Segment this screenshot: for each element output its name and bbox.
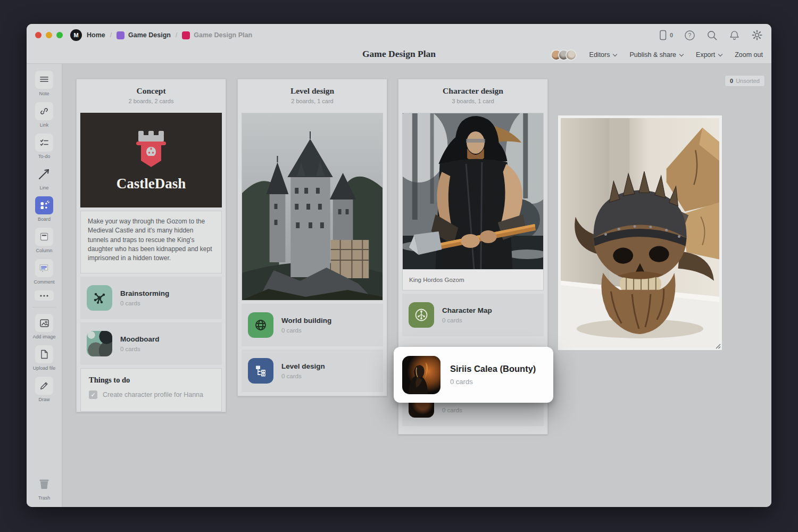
column-title[interactable]: Level design bbox=[242, 86, 383, 96]
tool-draw[interactable]: Draw bbox=[35, 377, 53, 402]
unsorted-label: Unsorted bbox=[736, 78, 760, 84]
board-row-brainstorming[interactable]: Brainstorming 0 cards bbox=[80, 277, 222, 319]
dragged-board-card-siriis[interactable]: Siriis Calea (Bounty) 0 cards bbox=[394, 347, 553, 403]
column-level-design[interactable]: Level design 2 boards, 1 card bbox=[237, 79, 387, 396]
gear-icon[interactable] bbox=[751, 29, 763, 41]
board-row-level-design[interactable]: Level design 0 cards bbox=[242, 350, 383, 392]
comment-icon bbox=[38, 263, 49, 274]
tool-note[interactable]: Note bbox=[35, 71, 53, 96]
top-bar: M Home / Game Design / Game Design Plan … bbox=[27, 24, 771, 46]
trash-icon bbox=[37, 477, 52, 492]
zoom-out-button[interactable]: Zoom out bbox=[735, 51, 763, 59]
board-icon bbox=[38, 200, 50, 211]
todo-checkbox-checked[interactable]: ✓ bbox=[89, 390, 97, 399]
board-icon-game-design bbox=[117, 31, 124, 39]
column-subtitle: 2 boards, 1 card bbox=[242, 98, 383, 104]
breadcrumb-home[interactable]: Home bbox=[87, 31, 105, 39]
bell-icon[interactable] bbox=[729, 30, 740, 41]
publish-share-button[interactable]: Publish & share bbox=[629, 51, 683, 59]
board-row-count: 0 cards bbox=[120, 346, 160, 352]
column-title[interactable]: Concept bbox=[81, 86, 221, 96]
tool-todo[interactable]: To-do bbox=[35, 134, 53, 159]
svg-text:?: ? bbox=[688, 32, 692, 38]
castle-photo-card[interactable] bbox=[242, 113, 383, 301]
board-row-count: 0 cards bbox=[442, 407, 462, 413]
board-row-moodboard[interactable]: Moodboard 0 cards bbox=[80, 322, 222, 365]
board-row-character-map[interactable]: Character Map 0 cards bbox=[402, 294, 544, 336]
trash[interactable]: Trash bbox=[35, 475, 53, 501]
photo-caption: King Hordos Gozom bbox=[403, 269, 543, 290]
character-map-board-icon bbox=[409, 302, 434, 328]
board-row-count: 0 cards bbox=[281, 373, 325, 379]
tool-link[interactable]: Link bbox=[35, 102, 53, 128]
draw-icon bbox=[39, 380, 49, 391]
app-window: M Home / Game Design / Game Design Plan … bbox=[27, 24, 771, 507]
line-icon bbox=[37, 167, 51, 181]
popup-board-title: Siriis Calea (Bounty) bbox=[450, 364, 536, 374]
siriis-thumbnail bbox=[402, 356, 440, 394]
board-row-count: 0 cards bbox=[442, 317, 492, 323]
todo-label: Create character profile for Hanna bbox=[103, 391, 203, 398]
device-button[interactable]: 0 bbox=[658, 30, 673, 40]
window-controls bbox=[35, 32, 63, 38]
column-title[interactable]: Character design bbox=[403, 86, 543, 96]
column-subtitle: 3 boards, 1 card bbox=[403, 98, 543, 104]
skull-photo bbox=[561, 118, 719, 347]
help-icon[interactable]: ? bbox=[684, 30, 695, 41]
tool-comment[interactable]: Comment bbox=[34, 259, 54, 285]
concept-note-card[interactable]: Make your way through the Gozom to the M… bbox=[80, 211, 222, 273]
breadcrumb-separator: / bbox=[110, 31, 112, 39]
board-row-title: Character Map bbox=[442, 306, 492, 314]
column-concept[interactable]: Concept 2 boards, 2 cards bbox=[76, 79, 226, 412]
search-icon[interactable] bbox=[706, 30, 718, 41]
moodboard-thumbnail bbox=[87, 331, 112, 356]
note-icon bbox=[39, 74, 49, 85]
breadcrumb-game-design-plan[interactable]: Game Design Plan bbox=[194, 31, 252, 39]
viking-photo-card[interactable]: King Hordos Gozom bbox=[402, 113, 544, 290]
skull-photo-card[interactable] bbox=[558, 115, 722, 351]
sidebar-divider bbox=[32, 307, 56, 307]
column-subtitle: 2 boards, 2 cards bbox=[81, 98, 221, 104]
device-count-badge: 0 bbox=[670, 32, 673, 38]
board-row-title: Level design bbox=[281, 362, 325, 370]
more-tools-button[interactable] bbox=[35, 290, 54, 301]
board-canvas[interactable]: 0 Unsorted Concept 2 boards, 2 cards bbox=[62, 64, 771, 507]
breadcrumb-separator: / bbox=[176, 31, 177, 39]
resize-handle[interactable] bbox=[715, 343, 721, 349]
close-window-button[interactable] bbox=[35, 32, 41, 38]
brainstorming-board-icon bbox=[87, 285, 112, 311]
more-icon bbox=[39, 294, 49, 297]
editor-avatars[interactable] bbox=[551, 49, 577, 61]
tool-column[interactable]: Column bbox=[35, 228, 53, 253]
export-button[interactable]: Export bbox=[696, 51, 722, 59]
tool-board[interactable]: Board bbox=[35, 196, 53, 222]
tool-add-image[interactable]: Add image bbox=[32, 314, 55, 339]
castledash-title: CastleDash bbox=[117, 176, 186, 192]
column-icon bbox=[39, 231, 49, 242]
device-icon bbox=[658, 30, 668, 40]
chevron-down-icon bbox=[718, 52, 722, 56]
board-row-count: 0 cards bbox=[281, 327, 331, 334]
tool-line[interactable]: Line bbox=[35, 165, 53, 190]
milanote-logo[interactable]: M bbox=[70, 29, 82, 41]
maximize-window-button[interactable] bbox=[56, 32, 63, 38]
minimize-window-button[interactable] bbox=[46, 32, 52, 38]
tool-upload-file[interactable]: Upload file bbox=[33, 345, 56, 371]
unsorted-badge[interactable]: 0 Unsorted bbox=[725, 75, 765, 87]
title-bar: Game Design Plan Editors Publish & share… bbox=[27, 46, 771, 64]
upload-file-icon bbox=[39, 349, 49, 360]
board-icon-game-design-plan bbox=[182, 31, 190, 39]
viking-photo bbox=[403, 113, 543, 269]
editors-button[interactable]: Editors bbox=[589, 51, 617, 59]
breadcrumb-game-design[interactable]: Game Design bbox=[128, 31, 171, 39]
world-building-board-icon bbox=[248, 312, 273, 338]
chevron-down-icon bbox=[613, 52, 617, 56]
board-row-title: Moodboard bbox=[120, 335, 160, 343]
board-row-world-building[interactable]: World building 0 cards bbox=[242, 304, 383, 346]
todo-item[interactable]: ✓ Create character profile for Hanna bbox=[89, 390, 213, 399]
castledash-logo-icon bbox=[126, 129, 177, 170]
castledash-logo-card[interactable]: CastleDash bbox=[80, 113, 222, 207]
todo-card[interactable]: Things to do ✓ Create character profile … bbox=[80, 368, 222, 412]
link-icon bbox=[39, 106, 49, 117]
level-design-board-icon bbox=[248, 358, 273, 384]
